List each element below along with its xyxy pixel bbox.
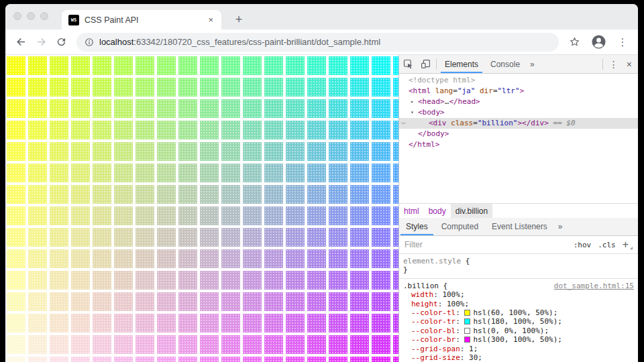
grid-cell: [329, 357, 347, 362]
toggle-hover-button[interactable]: :hov: [570, 241, 595, 249]
property-value[interactable]: hsl(60, 100%, 50%): [473, 308, 553, 317]
tree-row[interactable]: <!doctype html>: [399, 75, 638, 86]
property-name[interactable]: --color-br: [411, 335, 455, 344]
grid-cell: [200, 249, 219, 268]
property-name[interactable]: --grid-span: [411, 345, 460, 353]
forward-button[interactable]: [31, 32, 51, 52]
devtools-overflow-icon[interactable]: »: [526, 55, 539, 73]
property-name[interactable]: --color-tr: [411, 317, 455, 326]
grid-cell: [243, 142, 262, 161]
info-icon[interactable]: [85, 38, 94, 47]
new-style-rule-button[interactable]: +: [619, 239, 634, 251]
tab-console[interactable]: Console: [484, 55, 526, 73]
twisty-icon[interactable]: ▾: [411, 107, 414, 118]
grid-cell: [307, 314, 326, 333]
grid-cell: [243, 357, 262, 362]
style-property[interactable]: --color-tr: hsl(180, 100%, 50%);: [403, 317, 634, 326]
inspect-element-button[interactable]: [399, 55, 417, 73]
source-link[interactable]: dot_sample.html:15: [554, 282, 634, 290]
rule-selector[interactable]: element.style: [403, 257, 461, 265]
devtools-menu-icon[interactable]: ⋮: [605, 55, 623, 73]
grid-cell: [7, 185, 25, 204]
tab-event-listeners[interactable]: Event Listeners: [485, 218, 554, 235]
grid-cell: [286, 249, 305, 268]
grid-cell: [393, 335, 398, 354]
url-text[interactable]: localhost:63342/180720_css_features/css-…: [99, 37, 380, 47]
tree-row-text: <div class="billion"></div> == $0: [399, 119, 576, 127]
tab-styles[interactable]: Styles: [399, 218, 435, 235]
rule-selector[interactable]: .billion: [403, 282, 439, 290]
grid-cell: [307, 228, 326, 247]
styles-filter-input[interactable]: [403, 239, 570, 250]
browser-menu-button[interactable]: ⋮: [612, 32, 633, 52]
grid-cell: [221, 228, 240, 247]
style-property[interactable]: --color-br: hsl(300, 100%, 50%);: [403, 335, 634, 344]
tree-row[interactable]: ⋯<div class="billion"></div> == $0: [399, 118, 638, 129]
property-name[interactable]: --grid-size: [411, 353, 460, 362]
color-swatch[interactable]: [464, 337, 470, 343]
tree-row[interactable]: ▸<head>…</head>: [399, 97, 638, 107]
property-value[interactable]: hsl(0, 0%, 100%): [473, 326, 544, 335]
new-tab-button[interactable]: +: [229, 11, 248, 29]
maximize-window-button[interactable]: [40, 12, 48, 20]
grid-cell: [136, 249, 154, 268]
grid-cell: [350, 206, 369, 225]
breadcrumb-div-billion[interactable]: div.billion: [451, 204, 492, 218]
grid-cell: [307, 164, 326, 182]
property-name[interactable]: --color-bl: [411, 326, 455, 335]
style-property[interactable]: --color-tl: hsl(60, 100%, 50%);: [403, 308, 634, 317]
property-value[interactable]: 100%: [447, 300, 465, 308]
property-name[interactable]: width: [411, 290, 433, 299]
tree-row[interactable]: <html lang="ja" dir="ltr">: [399, 86, 638, 97]
devtools-close-icon[interactable]: ×: [623, 55, 638, 73]
twisty-icon[interactable]: ▸: [411, 97, 414, 107]
sidebar-overflow-icon[interactable]: »: [554, 218, 567, 235]
grid-cell: [350, 78, 369, 97]
browser-tab[interactable]: WS CSS Paint API ×: [62, 10, 221, 29]
grid-cell: [393, 271, 398, 290]
grid-cell: [7, 314, 25, 333]
style-property[interactable]: --color-bl: hsl(0, 0%, 100%);: [403, 326, 634, 335]
property-value[interactable]: 30: [469, 353, 478, 362]
grid-cell: [50, 357, 68, 362]
tree-row[interactable]: ▾<body>: [399, 107, 638, 118]
color-swatch[interactable]: [464, 318, 470, 324]
rule-close-brace: }: [403, 265, 634, 274]
style-property[interactable]: height: 100%;: [403, 300, 634, 308]
property-value[interactable]: 1: [469, 345, 474, 353]
style-property[interactable]: --grid-span: 1;: [403, 345, 634, 353]
grid-cell: [393, 185, 398, 204]
grid-cell: [157, 99, 176, 118]
grid-cell: [93, 249, 111, 268]
style-property[interactable]: width: 100%;: [403, 290, 634, 299]
device-toolbar-button[interactable]: [417, 55, 434, 73]
color-swatch[interactable]: [464, 310, 470, 316]
breadcrumb-html[interactable]: html: [399, 204, 424, 218]
back-button[interactable]: [11, 32, 31, 52]
property-name[interactable]: --color-tl: [411, 308, 455, 317]
tab-elements[interactable]: Elements: [439, 55, 484, 73]
grid-cell: [329, 228, 347, 247]
tree-row[interactable]: </body>: [399, 129, 638, 139]
property-value[interactable]: 100%: [442, 290, 460, 299]
property-value[interactable]: hsl(300, 100%, 50%): [473, 335, 557, 344]
profile-avatar[interactable]: [588, 32, 608, 52]
toggle-class-button[interactable]: .cls: [594, 241, 619, 249]
close-window-button[interactable]: [13, 12, 21, 20]
property-name[interactable]: height: [411, 300, 438, 308]
grid-cell: [307, 56, 326, 75]
tab-computed[interactable]: Computed: [435, 218, 485, 235]
color-swatch[interactable]: [464, 328, 470, 334]
address-bar[interactable]: localhost:63342/180720_css_features/css-…: [76, 33, 559, 52]
grid-cell: [178, 206, 197, 225]
breadcrumb-body[interactable]: body: [424, 204, 451, 218]
minimize-window-button[interactable]: [27, 12, 35, 20]
tree-row[interactable]: </html>: [399, 139, 638, 150]
reload-button[interactable]: [51, 32, 71, 52]
tab-close-icon[interactable]: ×: [207, 15, 215, 25]
style-property[interactable]: --grid-size: 30;: [403, 353, 634, 362]
grid-cell: [372, 314, 390, 333]
property-value[interactable]: hsl(180, 100%, 50%): [473, 317, 557, 326]
bookmark-star-button[interactable]: [564, 32, 584, 52]
grid-cell: [178, 249, 197, 268]
